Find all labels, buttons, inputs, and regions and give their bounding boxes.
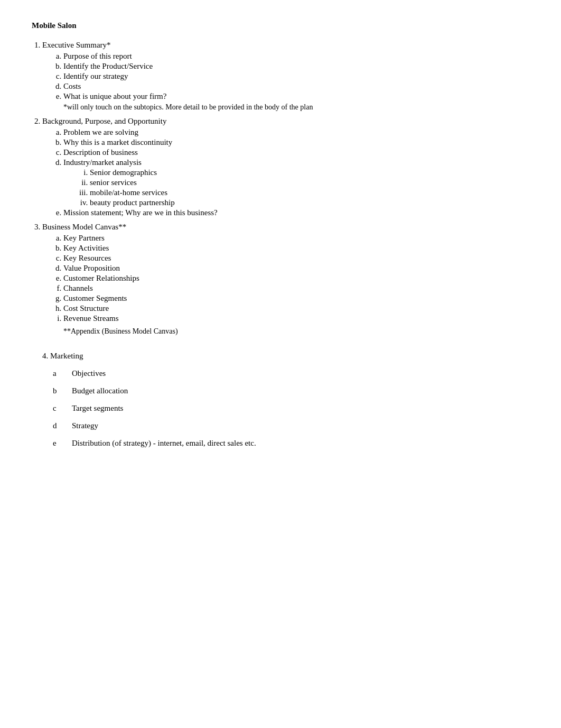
- section-2-subsections: Problem we are solving Why this is a mar…: [63, 128, 529, 217]
- list-item: Key Partners: [63, 234, 529, 243]
- list-item: What is unique about your firm?: [63, 92, 529, 101]
- item-text: Strategy: [72, 421, 98, 430]
- section-2-label: Background, Purpose, and Opportunity: [42, 117, 166, 125]
- list-item: Channels: [63, 284, 529, 293]
- list-item: Value Proposition: [63, 264, 529, 273]
- list-item: Identify the Product/Service: [63, 62, 529, 71]
- list-item: d Strategy: [53, 421, 529, 430]
- item-label: a: [53, 369, 63, 378]
- section-1-label: Executive Summary*: [42, 41, 111, 49]
- page-title: Mobile Salon: [32, 21, 529, 30]
- list-item: mobile/at-home services: [90, 188, 529, 197]
- section-1-subsections: Purpose of this report Identify the Prod…: [63, 52, 529, 101]
- section-3-subsections: Key Partners Key Activities Key Resource…: [63, 234, 529, 323]
- list-item: Customer Relationships: [63, 274, 529, 283]
- section-2-sub3-subsections: Senior demographics senior services mobi…: [90, 168, 529, 207]
- list-item: Purpose of this report: [63, 52, 529, 61]
- item-text: Objectives: [72, 369, 106, 378]
- list-item: Why this is a market discontinuity: [63, 138, 529, 147]
- list-item: Key Activities: [63, 244, 529, 253]
- section-4-items: a Objectives b Budget allocation c Targe…: [53, 369, 529, 448]
- list-item: beauty product partnership: [90, 198, 529, 207]
- section-1-note: *will only touch on the subtopics. More …: [63, 103, 529, 112]
- main-outline: Executive Summary* Purpose of this repor…: [42, 41, 529, 336]
- item-label: e: [53, 439, 63, 448]
- list-item: Description of business: [63, 148, 529, 157]
- list-item: Costs: [63, 82, 529, 91]
- list-item: Senior demographics: [90, 168, 529, 177]
- item-text: Distribution (of strategy) - internet, e…: [72, 439, 256, 448]
- list-item: Problem we are solving: [63, 128, 529, 137]
- list-item: b Budget allocation: [53, 386, 529, 395]
- list-item: Cost Structure: [63, 304, 529, 313]
- item-label: d: [53, 421, 63, 430]
- item-text: Budget allocation: [72, 386, 128, 395]
- section-3: Business Model Canvas** Key Partners Key…: [42, 223, 529, 336]
- list-item: senior services: [90, 178, 529, 187]
- item-label: c: [53, 404, 63, 413]
- item-text: Target segments: [72, 404, 123, 413]
- list-item: Customer Segments: [63, 294, 529, 303]
- section-2: Background, Purpose, and Opportunity Pro…: [42, 117, 529, 217]
- list-item: Industry/market analysis Senior demograp…: [63, 158, 529, 207]
- section-1: Executive Summary* Purpose of this repor…: [42, 41, 529, 112]
- list-item: Identify our strategy: [63, 72, 529, 81]
- list-item: a Objectives: [53, 369, 529, 378]
- appendix-note: **Appendix (Business Model Canvas): [63, 327, 529, 336]
- list-item: Mission statement; Why are we in this bu…: [63, 208, 529, 217]
- section-4-title: 4. Marketing: [42, 352, 529, 361]
- list-item: Key Resources: [63, 254, 529, 263]
- list-item: c Target segments: [53, 404, 529, 413]
- list-item: e Distribution (of strategy) - internet,…: [53, 439, 529, 448]
- list-item: Revenue Streams: [63, 314, 529, 323]
- item-label: b: [53, 386, 63, 395]
- section-4: 4. Marketing a Objectives b Budget alloc…: [42, 352, 529, 448]
- section-3-label: Business Model Canvas**: [42, 223, 126, 231]
